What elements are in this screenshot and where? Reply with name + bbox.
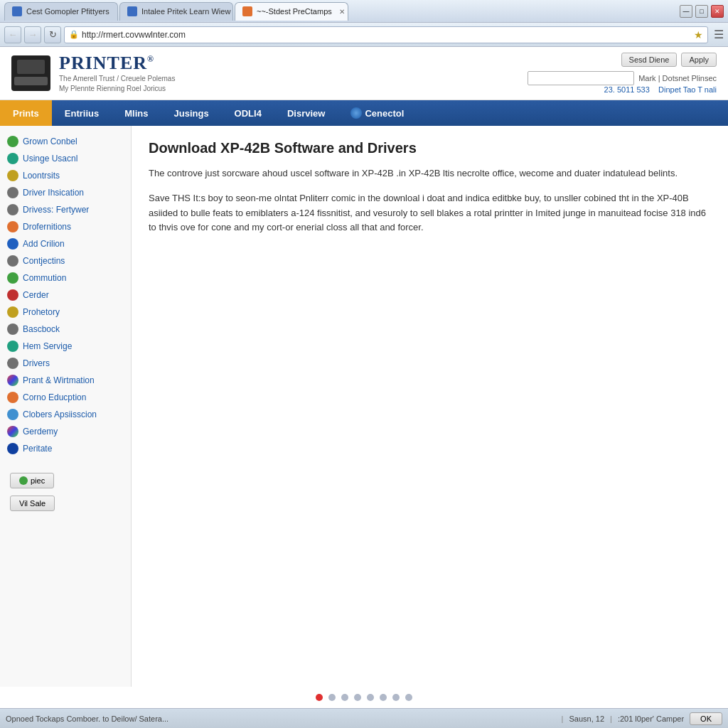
sidebar-item-8[interactable]: Commution: [0, 269, 131, 287]
sidebar-item-16[interactable]: Clobers Apsiisscion: [0, 406, 131, 423]
refresh-button[interactable]: ↻: [44, 26, 61, 43]
nav-item-cenectol[interactable]: Cenectol: [338, 100, 417, 126]
pagination-dot-6[interactable]: [392, 694, 400, 701]
pagination-dot-1[interactable]: [328, 694, 336, 701]
sidebar-icon-5: [7, 221, 18, 232]
sidebar-item-6[interactable]: Add Crilion: [0, 235, 131, 252]
sidebar-item-9[interactable]: Cerder: [0, 287, 131, 304]
sidebar-icon-14: [7, 375, 18, 386]
sidebar-item-12[interactable]: Hem Servige: [0, 338, 131, 355]
browser-tab-2[interactable]: ~~-Stdest PreCtamps✕: [235, 2, 348, 21]
sidebar-item-1[interactable]: Usinge Usacnl: [0, 150, 131, 167]
sidebar-vilsale-button[interactable]: Vil Sale: [10, 496, 55, 511]
nav-item-odli4[interactable]: ODLI4: [222, 100, 274, 126]
sidebar-icon-15: [7, 392, 18, 403]
pagination-dot-3[interactable]: [354, 694, 361, 701]
bookmark-icon[interactable]: ★: [694, 29, 703, 41]
pagination-dot-5[interactable]: [380, 694, 387, 701]
pagination-dot-0[interactable]: [316, 694, 323, 701]
sidebar-icon-3: [7, 187, 18, 198]
tab-favicon-2: [242, 6, 252, 16]
status-middle-text: Sausn, 12: [569, 714, 604, 723]
sidebar-icon-7: [7, 255, 18, 267]
sidebar-item-10[interactable]: Prohetory: [0, 304, 131, 321]
sidebar: Grown ConbelUsinge UsacnlLoontrsitsDrive…: [0, 126, 132, 687]
sidebar-item-2[interactable]: Loontrsits: [0, 167, 131, 184]
content-area: Download XP-42B Software and Drivers The…: [132, 126, 728, 687]
tab-label-2: ~~-Stdest PreCtamps: [257, 7, 332, 16]
nav-item-entriius[interactable]: Entriius: [52, 100, 112, 126]
sidebar-icon-13: [7, 358, 18, 369]
sidebar-label-9: Cerder: [23, 290, 49, 300]
close-button[interactable]: ✕: [711, 5, 724, 18]
sidebar-item-4[interactable]: Drivess: Fertywer: [0, 201, 131, 218]
forward-button[interactable]: →: [24, 26, 41, 43]
lock-icon: 🔒: [69, 30, 79, 39]
sidebar-item-5[interactable]: Drofernitions: [0, 218, 131, 235]
browser-tab-1[interactable]: Intalee Pritek Learn Wiew✕: [119, 2, 233, 21]
nav-item-mlins[interactable]: Mlins: [112, 100, 161, 126]
header-search-input[interactable]: [528, 71, 634, 85]
pagination-dot-7[interactable]: [405, 694, 412, 701]
nav-item-jusings[interactable]: Jusings: [161, 100, 221, 126]
pagination-dots: [0, 687, 728, 708]
sidebar-label-12: Hem Servige: [23, 341, 72, 351]
address-bar[interactable]: 🔒 http://rmert.covwwlnter.com ★: [64, 26, 708, 43]
maximize-button[interactable]: □: [695, 5, 708, 18]
header-buttons: Sesd Diene Apply: [528, 53, 717, 67]
browser-menu-icon[interactable]: ☰: [714, 28, 724, 41]
sidebar-item-11[interactable]: Bascbock: [0, 321, 131, 338]
sidebar-label-1: Usinge Usacnl: [23, 154, 77, 164]
sidebar-item-14[interactable]: Prant & Wirtmation: [0, 372, 131, 389]
site-wrapper: PRINTER® The Amerell Trust / Creuele Pol…: [0, 47, 728, 708]
sidebar-item-7[interactable]: Contjectins: [0, 252, 131, 269]
nav-item-prints[interactable]: Prints: [0, 100, 52, 126]
pagination-dot-4[interactable]: [367, 694, 374, 701]
sidebar-icon-11: [7, 323, 18, 335]
header-extra-link[interactable]: Dinpet Tao T nali: [658, 85, 717, 94]
sidebar-label-11: Bascbock: [23, 324, 60, 334]
sidebar-label-8: Commution: [23, 273, 66, 283]
status-ok-button[interactable]: OK: [690, 712, 722, 725]
nav-item-disrview[interactable]: Disrview: [274, 100, 338, 126]
browser-tab-0[interactable]: Cest Gomopler Pfittyers✕: [4, 2, 118, 21]
sidebar-label-17: Gerdemy: [23, 427, 58, 437]
tab-close-2[interactable]: ✕: [339, 8, 345, 16]
sidebar-item-13[interactable]: Drivers: [0, 355, 131, 372]
page-title: Download XP-42B Software and Drivers: [149, 140, 711, 156]
tagline: The Amerell Trust / Creuele Polemas My P…: [59, 74, 175, 94]
sidebar-label-6: Add Crilion: [23, 239, 65, 249]
minimize-button[interactable]: —: [680, 5, 692, 18]
sidebar-label-15: Corno Educption: [23, 392, 86, 402]
sidebar-item-17[interactable]: Gerdemy: [0, 423, 131, 440]
apply-button[interactable]: Apply: [681, 53, 717, 67]
sidebar-item-15[interactable]: Corno Educption: [0, 389, 131, 406]
sidebar-item-18[interactable]: Peritate: [0, 440, 131, 457]
sidebar-label-13: Drivers: [23, 358, 50, 368]
status-divider-1: |: [562, 714, 564, 723]
sidebar-label-18: Peritate: [23, 444, 52, 454]
content-paragraph-1: The controve just sorcware ahoud uscel s…: [149, 166, 711, 181]
tab-close-0[interactable]: ✕: [117, 8, 118, 16]
tab-label-0: Cest Gomopler Pfittyers: [26, 7, 109, 16]
sidebar-icon-9: [7, 289, 18, 301]
header-search-area: Mark | Dotsnet Plinsec: [528, 71, 717, 85]
header-brand-area: PRINTER® The Amerell Trust / Creuele Pol…: [11, 53, 175, 94]
sidebar-label-0: Grown Conbel: [23, 136, 77, 146]
sidebar-piec-button[interactable]: piec: [10, 473, 54, 488]
sidebar-icon-8: [7, 272, 18, 284]
sidebar-item-3[interactable]: Driver Ihsication: [0, 184, 131, 201]
sidebar-divider: [0, 457, 131, 466]
status-right-text: :201 l0per' Camper: [618, 714, 684, 723]
title-bar: Cest Gomopler Pfittyers✕Intalee Pritek L…: [0, 0, 728, 23]
back-button[interactable]: ←: [4, 26, 21, 43]
sidebar-label-2: Loontrsits: [23, 171, 60, 181]
sidebar-label-3: Driver Ihsication: [23, 188, 84, 198]
sidebar-item-0[interactable]: Grown Conbel: [0, 133, 131, 150]
pagination-dot-2[interactable]: [341, 694, 348, 701]
sesd-diene-button[interactable]: Sesd Diene: [621, 53, 678, 67]
sidebar-label-5: Drofernitions: [23, 222, 71, 232]
piec-icon: [19, 476, 28, 485]
status-left-text: Opnoed Tockaps Comboer. to Deilow/ Sater…: [6, 714, 556, 723]
url-text: http://rmert.covwwlnter.com: [82, 30, 688, 40]
